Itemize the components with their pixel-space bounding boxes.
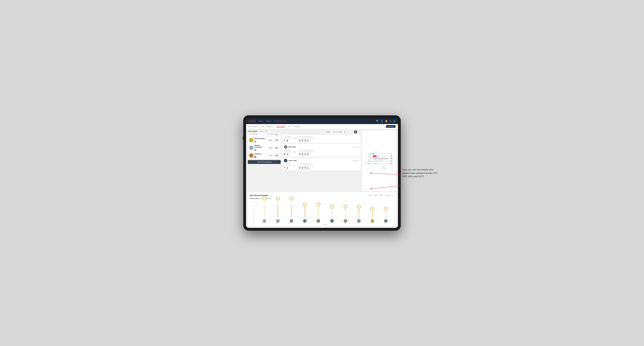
rounds-label-rees: Total Rounds xyxy=(284,150,296,151)
bar-row-bogeys: Bogeys 311 xyxy=(364,160,395,162)
player-count: 14 Players xyxy=(258,131,264,132)
avatar-icon[interactable]: 👤 xyxy=(393,120,396,122)
streak-bar-britt: 5x RB R. Britt xyxy=(318,200,319,217)
bar-line-ebert xyxy=(264,202,264,217)
bar-count-pars: 499 xyxy=(390,158,395,159)
tournament-val-rees: 8 xyxy=(284,153,285,156)
streaks-section: Best Round Streaks ← OTT APP ARG PUTT ← xyxy=(248,192,396,226)
edit-icon[interactable]: ✏️ xyxy=(266,130,268,132)
sub-nav-team-clippd[interactable]: Team Clippd xyxy=(276,125,285,128)
bar-count-birdies: 96 xyxy=(390,156,395,157)
rounds-label: Total Rounds xyxy=(284,136,296,137)
y-axis-title: Best Streak, Fairway Accuracy xyxy=(253,212,254,226)
bar-fill-birdies xyxy=(373,155,376,157)
bell-icon[interactable]: 🔔 xyxy=(385,120,388,122)
bar-fill-dbogeys xyxy=(373,163,378,165)
top-nav: clippd Home Teams My Performance 🔍 👤 🔔 ⊕… xyxy=(246,118,398,124)
player-row[interactable]: RB Richard Butler 1 19/20 110 xyxy=(248,137,281,144)
bar-row-eagles: Eagles 3 xyxy=(364,153,395,155)
sub-nav-tour[interactable]: Tour xyxy=(287,126,290,127)
bubble-miller: 4x xyxy=(357,205,361,208)
activities-label-rees: Total Practice Activities xyxy=(299,150,314,151)
bar-count-eagles: 3 xyxy=(390,153,395,154)
player-row[interactable]: EC Edward Crossman 2 18/20 107 xyxy=(248,144,281,152)
list-view-btn[interactable]: ☰ xyxy=(350,130,354,134)
bar-fill-eagles xyxy=(373,153,374,155)
filter-tab-app[interactable]: APP xyxy=(373,194,378,197)
x-label-2: 400 xyxy=(393,166,395,167)
avatar-rees: RB xyxy=(284,145,287,149)
filter-tab-ott[interactable]: OTT xyxy=(368,194,373,197)
card-date-rees: 02 Sep 2023 xyxy=(352,146,359,148)
col-score: PB SCORE xyxy=(267,134,274,136)
player-card-rees: RB Rees Britt 02 Sep 2023 Total Rounds T… xyxy=(282,144,361,157)
streak-bar-crossman: 4x EC E. Crossman xyxy=(332,200,332,217)
player-row[interactable]: CA Cameron... 3 17/20 103 xyxy=(248,152,281,159)
sub-nav: PGAT Players PGA Hcaps 1-5 Team Clippd T… xyxy=(246,124,398,129)
bar-count-bogeys: 311 xyxy=(390,161,395,162)
y-label-4: 4 xyxy=(254,208,255,210)
bars-container: 7x EE E. Ebert 6x xyxy=(256,200,394,218)
bar-fill-pars xyxy=(373,158,388,160)
bar-track-bogeys xyxy=(373,160,390,162)
player-info: EC Edward Crossman 2 xyxy=(249,145,267,151)
y-axis: Best Streak, Fairway Accuracy 8 6 4 2 0 xyxy=(250,200,256,223)
sub-nav-pgat[interactable]: PGAT Players xyxy=(248,126,258,127)
nav-icons: 🔍 👤 🔔 ⊕ 👤 xyxy=(376,120,396,122)
filter-tab-arg[interactable]: ARG xyxy=(379,194,384,197)
x-axis-players-label: Players xyxy=(250,223,394,225)
rank-badge: 2 xyxy=(254,149,256,151)
bubble-ford: 4x xyxy=(344,205,348,208)
view-toggle-buttons: ⊞ ☰ ▦ ⊟ xyxy=(347,130,361,134)
search-icon[interactable]: 🔍 xyxy=(376,120,379,122)
x-label-0: 0 xyxy=(373,166,374,167)
sub-nav-hcaps[interactable]: Hcaps 1-5 xyxy=(266,126,274,127)
grid-view-btn[interactable]: ⊞ xyxy=(347,130,350,134)
leaderboard-panel: Team Clippd 14 Players ✏️ PLAYER NAME PB… xyxy=(248,130,281,191)
annotation-arrows xyxy=(368,172,402,192)
activities-label: Total Practice Activities xyxy=(299,136,314,137)
bar-label-eagles: Eagles xyxy=(364,153,372,154)
team-name: Team Clippd xyxy=(248,130,257,132)
arg-label: ARG xyxy=(307,138,310,139)
filter-tab-putt[interactable]: PUTT xyxy=(384,194,390,197)
practice-val-josh: 2 xyxy=(287,167,288,169)
annotation-box: Here you can see streaks your players ha… xyxy=(402,168,439,178)
bubble-crossman: 4x xyxy=(330,205,334,208)
player-score: 17/20 xyxy=(267,155,274,156)
practice-label: Practice xyxy=(292,138,296,139)
ott-val: 0 xyxy=(299,139,300,142)
arg-val: 0 xyxy=(305,139,306,142)
rank-badge: 3 xyxy=(254,156,256,158)
player-avg: 110 xyxy=(274,139,279,141)
x-axis-title: Total Shots xyxy=(364,168,395,169)
player-card-josh: JC Josh Coles 26 Aug 2023 Total Rounds T… xyxy=(282,158,361,170)
streak-bar-coles: 5x JC J. Coles xyxy=(305,200,305,217)
add-team-button[interactable]: Add Team xyxy=(386,125,396,128)
streak-chart-container: Best Streak, Fairway Accuracy 8 6 4 2 0 xyxy=(250,200,394,223)
sub-nav-all-players[interactable]: All Players xyxy=(293,126,300,127)
view-leaderboard-button[interactable]: View Full Leaderboard xyxy=(248,160,281,164)
avatar: RB xyxy=(249,138,254,142)
nav-link-teams[interactable]: Teams xyxy=(266,120,271,122)
tile-view-btn[interactable]: ▦ xyxy=(354,130,357,134)
nav-link-home[interactable]: Home xyxy=(258,120,263,122)
sub-nav-pga[interactable]: PGA xyxy=(261,126,264,127)
table-header: PLAYER NAME PB SCORE PB AVG SQ xyxy=(248,133,281,137)
time-filter-select[interactable]: Last 3 months Last 6 months Last year xyxy=(331,130,346,134)
col-avg: PB AVG SQ xyxy=(274,134,279,136)
annotation-text: Here you can see streaks your players ha… xyxy=(402,168,439,178)
player-card-0: Total Rounds Tournament Practice 7 6 xyxy=(282,135,361,143)
nav-link-performance[interactable]: My Performance xyxy=(274,120,287,122)
card-date-josh: 26 Aug 2023 xyxy=(352,160,359,162)
detail-view-btn[interactable]: ⊟ xyxy=(358,130,361,134)
user-icon[interactable]: 👤 xyxy=(380,120,383,122)
streak-bar-ebert: 7x EE E. Ebert xyxy=(264,200,264,217)
target-icon[interactable]: ⊕ xyxy=(390,120,391,122)
y-label-6: 6 xyxy=(254,205,255,206)
bubble-britt: 5x xyxy=(316,202,320,206)
streak-bar-miller: 4x MM M. Miller xyxy=(359,200,359,217)
tournament-val-josh: 7 xyxy=(284,167,285,169)
svg-line-1 xyxy=(371,185,402,189)
streaks-header: Best Round Streaks ← OTT APP ARG PUTT ← xyxy=(250,194,394,197)
